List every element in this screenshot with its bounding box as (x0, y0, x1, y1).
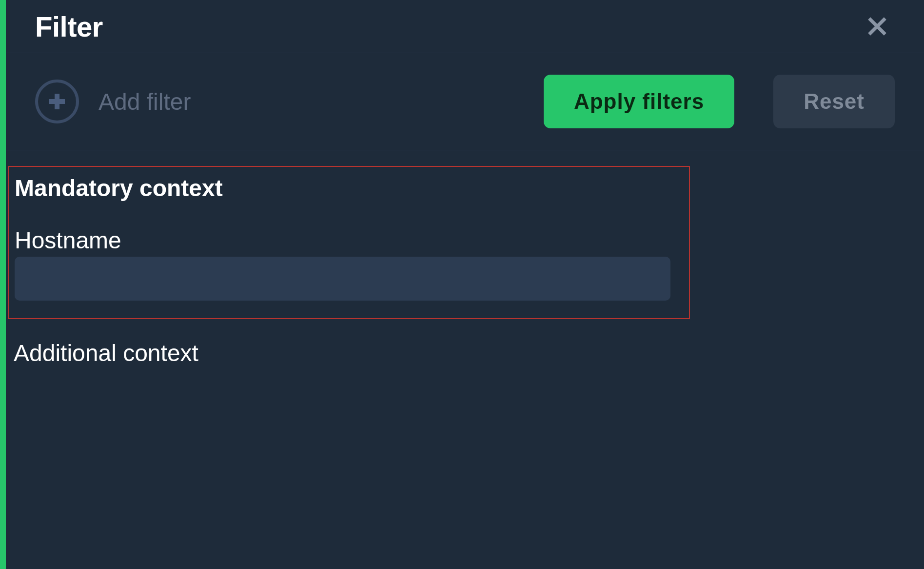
hostname-label: Hostname (9, 202, 689, 257)
toolbar: Add filter Apply filters Reset (6, 53, 924, 150)
panel-content: Mandatory context Hostname Additional co… (6, 150, 924, 366)
reset-button[interactable]: Reset (773, 75, 895, 128)
panel-title: Filter (35, 10, 103, 43)
hostname-input[interactable] (15, 257, 670, 301)
panel-header: Filter (6, 0, 924, 53)
plus-icon (35, 80, 79, 123)
add-filter-label: Add filter (98, 88, 191, 115)
add-filter-button[interactable]: Add filter (35, 80, 191, 123)
filter-panel: Filter Add filter Apply filters Reset Ma… (6, 0, 924, 569)
additional-context-heading: Additional context (6, 319, 924, 366)
mandatory-context-box: Mandatory context Hostname (8, 166, 690, 319)
accent-bar (0, 0, 6, 569)
close-button[interactable] (860, 9, 895, 44)
mandatory-context-heading: Mandatory context (9, 167, 689, 202)
apply-filters-button[interactable]: Apply filters (544, 75, 734, 128)
